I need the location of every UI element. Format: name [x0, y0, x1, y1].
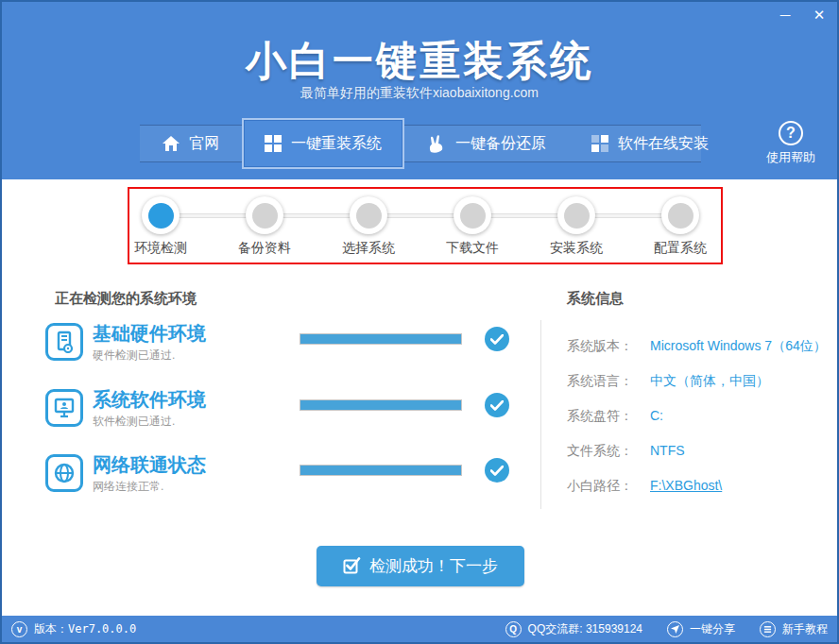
detect-item-hardware: 基础硬件环境 硬件检测已通过. — [45, 323, 518, 380]
step-label: 安装系统 — [534, 240, 619, 257]
nav-tab-backup-restore[interactable]: 一键备份还原 — [404, 125, 569, 162]
step-circle — [246, 196, 283, 234]
detection-section-title: 正在检测您的系统环境 — [55, 290, 197, 308]
info-row-os-language: 系统语言： 中文（简体，中国） — [567, 373, 831, 392]
check-icon — [485, 327, 509, 351]
nav-bar: 官网 一键重装系统 一键备份还原 软件在线安装 — [2, 117, 837, 170]
app-subtitle: 最简单好用的重装软件xiaobaixitong.com — [2, 85, 837, 102]
step-backup-data: 备份资料 — [222, 187, 307, 257]
next-step-button-label: 检测成功！下一步 — [369, 555, 498, 577]
check-icon — [485, 458, 509, 483]
tutorial-icon — [760, 621, 776, 637]
system-info-title: 系统信息 — [567, 290, 624, 308]
step-label: 环境检测 — [118, 240, 203, 257]
detect-item-subtitle: 软件检测已通过. — [93, 414, 175, 430]
xiaobai-path-link[interactable]: F:\XBGhost\ — [650, 478, 722, 493]
info-value: 中文（简体，中国） — [650, 373, 769, 390]
info-value: NTFS — [650, 443, 685, 458]
step-circle — [454, 196, 491, 234]
windows-icon — [265, 135, 282, 152]
version-info: v 版本：Ver7.0.0.0 — [11, 621, 136, 637]
app-window: ─ ✕ 小白一键重装系统 最简单好用的重装软件xiaobaixitong.com… — [0, 0, 839, 644]
step-label: 配置系统 — [638, 240, 723, 257]
info-label: 系统语言： — [567, 373, 633, 390]
nav-strip: 官网 一键重装系统 一键备份还原 软件在线安装 — [140, 125, 701, 162]
status-bar: v 版本：Ver7.0.0.0 Q QQ交流群: 315939124 一键分享 … — [2, 616, 837, 642]
detect-item-software: 系统软件环境 软件检测已通过. — [45, 389, 518, 446]
nav-tab-software-install[interactable]: 软件在线安装 — [569, 125, 731, 162]
app-title: 小白一键重装系统 — [2, 34, 837, 89]
version-text: 版本：Ver7.0.0.0 — [34, 621, 136, 637]
next-step-button[interactable]: 检测成功！下一步 — [317, 546, 524, 586]
help-label: 使用帮助 — [758, 149, 824, 166]
step-label: 备份资料 — [222, 240, 307, 257]
nav-tab-label: 软件在线安装 — [618, 134, 709, 154]
detect-item-title: 网络联通状态 — [93, 452, 206, 478]
nav-tab-label: 一键备份还原 — [455, 134, 546, 154]
step-configure-system: 配置系统 — [638, 187, 723, 257]
help-button[interactable]: ? 使用帮助 — [758, 121, 824, 166]
nav-tab-label: 官网 — [189, 134, 219, 154]
info-value: Microsoft Windows 7（64位） — [650, 338, 827, 355]
step-install-system: 安装系统 — [534, 187, 619, 257]
step-circle — [350, 196, 387, 234]
vertical-divider — [540, 320, 541, 509]
tutorial-label: 新手教程 — [782, 621, 828, 637]
check-icon — [485, 393, 509, 417]
step-environment-check: 环境检测 — [118, 187, 203, 257]
info-label: 小白路径： — [567, 478, 633, 495]
step-label: 下载文件 — [430, 240, 515, 257]
progress-bar — [300, 399, 462, 411]
steps-progress: 环境检测 备份资料 选择系统 下载文件 安装系统 配置系统 — [2, 187, 837, 264]
hardware-icon — [45, 323, 83, 361]
info-row-xiaobai-path: 小白路径： F:\XBGhost\ — [567, 478, 831, 497]
qq-group-link[interactable]: Q QQ交流群: 315939124 — [505, 621, 642, 637]
step-circle — [142, 196, 180, 234]
software-icon — [45, 389, 83, 427]
minimize-button[interactable]: ─ — [775, 6, 796, 25]
network-icon — [45, 454, 83, 492]
nav-tab-official-site[interactable]: 官网 — [140, 125, 242, 162]
qq-group-text: QQ交流群: 315939124 — [528, 621, 642, 637]
step-circle — [557, 196, 595, 234]
version-icon: v — [11, 621, 27, 637]
checkbox-icon — [343, 557, 361, 575]
info-row-system-drive: 系统盘符： C: — [567, 408, 831, 427]
home-icon — [163, 136, 180, 151]
grid-icon — [591, 135, 608, 152]
share-label: 一键分享 — [690, 621, 735, 637]
detect-item-subtitle: 硬件检测已通过. — [93, 347, 175, 364]
step-select-system: 选择系统 — [326, 187, 411, 257]
share-button[interactable]: 一键分享 — [667, 621, 735, 637]
info-label: 文件系统： — [567, 443, 633, 460]
progress-bar — [300, 465, 462, 476]
qq-icon: Q — [505, 621, 522, 637]
info-label: 系统版本： — [567, 338, 633, 355]
close-button[interactable]: ✕ — [809, 6, 830, 25]
detect-item-title: 系统软件环境 — [93, 387, 206, 413]
window-controls: ─ ✕ — [775, 6, 830, 25]
step-circle — [661, 196, 699, 234]
progress-bar — [300, 333, 462, 345]
hand-icon — [427, 134, 446, 153]
info-row-file-system: 文件系统： NTFS — [567, 443, 831, 462]
info-row-os-version: 系统版本： Microsoft Windows 7（64位） — [567, 338, 831, 357]
nav-tab-reinstall-system[interactable]: 一键重装系统 — [242, 118, 404, 169]
info-label: 系统盘符： — [567, 408, 633, 425]
step-download-files: 下载文件 — [430, 187, 515, 257]
detect-item-subtitle: 网络连接正常. — [93, 479, 163, 495]
info-value: C: — [650, 408, 663, 423]
detect-item-network: 网络联通状态 网络连接正常. — [45, 454, 518, 511]
share-icon — [667, 621, 683, 637]
nav-tab-label: 一键重装系统 — [291, 134, 382, 154]
tutorial-button[interactable]: 新手教程 — [760, 621, 828, 637]
detect-item-title: 基础硬件环境 — [93, 321, 206, 347]
step-label: 选择系统 — [326, 240, 411, 257]
help-icon: ? — [779, 121, 803, 145]
